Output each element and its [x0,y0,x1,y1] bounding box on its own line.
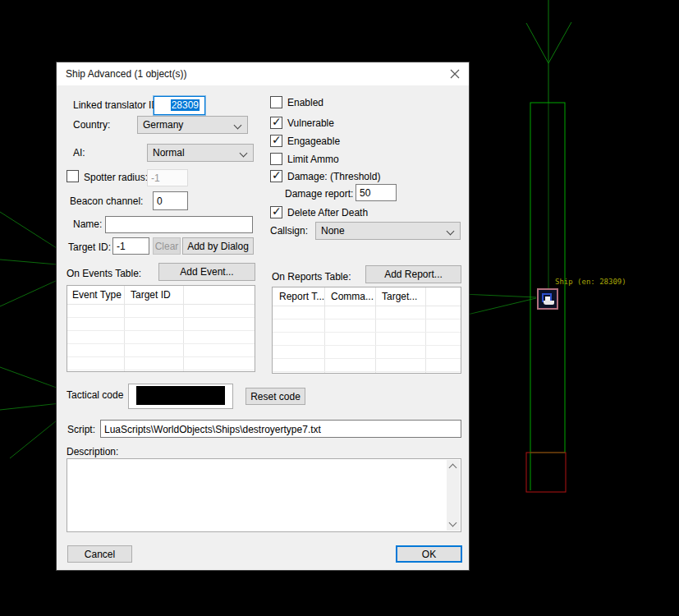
table-row [273,319,461,333]
reports-col-target[interactable]: Target... [382,291,417,302]
chevron-down-icon [234,122,242,130]
spotter-radius-checkbox[interactable] [67,170,79,182]
tactical-code-preview [128,384,233,409]
checkmark-icon: ✓ [272,133,282,147]
callsign-value: None [321,225,345,237]
name-label: Name: [73,218,102,230]
table-row [67,343,255,357]
table-row [67,317,255,331]
ai-select[interactable]: Normal [147,144,254,162]
reports-col-report-type[interactable]: Report T... [279,291,324,302]
ai-value: Normal [153,147,185,159]
target-id-input[interactable] [112,237,149,255]
country-select[interactable]: Germany [137,116,248,134]
country-value: Germany [143,119,183,131]
engageable-checkbox[interactable]: ✓ [270,135,282,147]
course-arrow-icon [548,22,571,63]
ai-label: AI: [73,147,85,159]
chevron-down-icon [447,228,455,236]
events-col-event-type[interactable]: Event Type [72,289,122,301]
limit-ammo-checkbox[interactable] [270,153,282,165]
close-icon[interactable] [448,67,461,80]
ship-icon-hull [544,301,554,305]
enabled-label: Enabled [287,97,323,108]
country-label: Country: [73,119,110,131]
ship-icon[interactable] [537,288,558,310]
table-row [67,330,255,344]
ok-button[interactable]: OK [396,545,462,563]
reset-code-button[interactable]: Reset code [245,388,305,405]
reports-table[interactable]: Report T... Comma... Target... [272,287,461,374]
linked-translator-id-label: Linked translator ID: [73,99,161,111]
limit-ammo-label: Limit Ammo [287,154,339,165]
table-row [67,304,255,318]
scroll-up-icon[interactable] [449,464,457,472]
callsign-select[interactable]: None [315,222,461,240]
vertical-scrollbar[interactable] [447,460,460,531]
cancel-button[interactable]: Cancel [67,545,132,563]
vulnerable-checkbox[interactable]: ✓ [270,117,282,129]
delete-after-death-label: Delete After Death [287,207,368,218]
add-event-button[interactable]: Add Event... [158,263,255,281]
danger-box [526,453,566,492]
chevron-down-icon [240,149,248,158]
spotter-radius-label: Spotter radius: [84,172,148,183]
vulnerable-label: Vulnerable [287,117,334,129]
table-row [273,358,461,372]
add-report-button[interactable]: Add Report... [365,265,461,283]
reports-table-header: Report T... Comma... Target... [273,287,461,306]
beacon-channel-label: Beacon channel: [70,195,143,207]
on-reports-table-label: On Reports Table: [272,271,351,283]
tactical-code-label: Tactical code [67,389,123,401]
course-arrow-icon [526,23,548,63]
checkmark-icon: ✓ [272,168,282,182]
damage-threshold-checkbox[interactable]: ✓ [270,170,282,182]
linked-translator-id-value: 28309 [171,99,200,111]
damage-report-label: Damage report: [285,188,353,200]
delete-after-death-checkbox[interactable]: ✓ [270,206,282,218]
table-row [273,345,461,359]
tactical-code-glyph [136,386,225,405]
script-input[interactable] [100,420,461,438]
ship-advanced-dialog: Ship Advanced (1 object(s)) Linked trans… [56,62,470,571]
engageable-label: Engageable [287,136,340,147]
script-label: Script: [67,424,95,435]
ship-map-label: Ship (en: 28309) [555,278,626,286]
name-input[interactable] [105,216,253,233]
checkmark-icon: ✓ [272,115,282,129]
table-row [67,356,255,370]
description-label: Description: [67,446,118,457]
linked-translator-id-input[interactable]: 28309 [154,96,205,115]
beacon-channel-input[interactable] [153,191,188,210]
spotter-radius-input[interactable] [147,169,188,186]
dialog-title: Ship Advanced (1 object(s)) [66,68,186,80]
checkmark-icon: ✓ [272,205,282,218]
target-id-label: Target ID: [68,241,111,253]
damage-threshold-label: Damage: (Threshold) [287,171,380,182]
events-table[interactable]: Event Type Target ID [67,285,255,372]
enabled-checkbox[interactable] [270,96,282,108]
description-textarea[interactable] [67,458,461,532]
add-by-dialog-button[interactable]: Add by Dialog [182,237,254,255]
clear-button[interactable]: Clear [153,237,181,255]
events-col-target-id[interactable]: Target ID [131,289,171,301]
reports-col-command[interactable]: Comma... [331,291,374,302]
scroll-down-icon[interactable] [449,519,457,527]
events-table-header: Event Type Target ID [67,286,255,305]
callsign-label: Callsign: [270,225,308,237]
on-events-table-label: On Events Table: [67,268,141,279]
damage-report-input[interactable] [356,184,397,201]
dialog-titlebar[interactable]: Ship Advanced (1 object(s)) [57,62,469,85]
table-row [273,306,461,319]
table-row [273,332,461,346]
